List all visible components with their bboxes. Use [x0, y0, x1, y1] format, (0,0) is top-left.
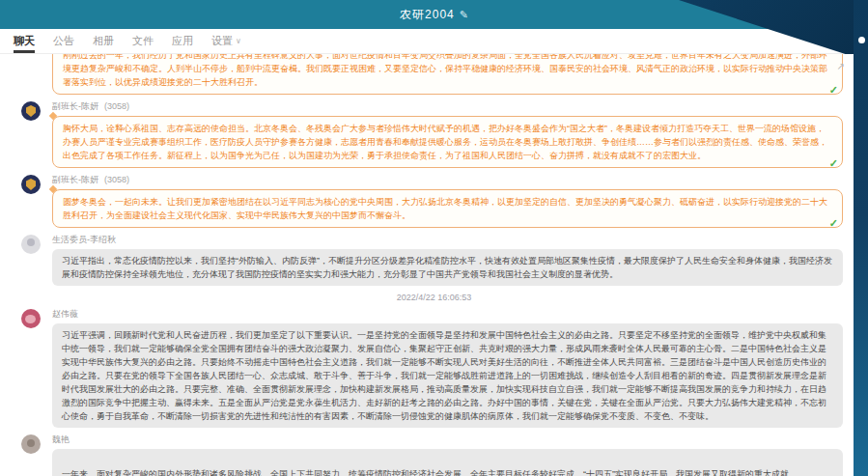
tab-chat[interactable]: 聊天 — [14, 29, 35, 53]
message-row: 刚刚过去的一年，我们经历了党和国家历史上具有里程碑意义的大事，面对世纪疫情和百年… — [0, 54, 868, 98]
avatar[interactable] — [21, 434, 41, 454]
message-row: 副班长-陈妍(3058) 圆梦冬奥会，一起向未来。让我们更加紧密地团结在以习近平… — [0, 171, 868, 231]
message-bubble: 习近平指出，常态化疫情防控以来，我们坚持“外防输入、内防反弹”，不断提升分区分级… — [52, 249, 843, 286]
message-bubble: 胸怀大局，诠释心系祖国、志存高远的使命担当。北京冬奥会、冬残奥会广大参与者珍惜伟… — [52, 116, 843, 168]
sent-check-icon: ✓ — [829, 83, 838, 97]
message-row: 魏艳 一年来，面对复杂严峻的国内外形势和诸多风险挑战，全国上下共同努力，统筹疫情… — [0, 431, 868, 476]
member-number-badge: (3058) — [104, 101, 129, 111]
message-text: 胸怀大局，诠释心系祖国、志存高远的使命担当。北京冬奥会、冬残奥会广大参与者珍惜伟… — [63, 124, 827, 160]
message-text: 一年来，面对复杂严峻的国内外形势和诸多风险挑战，全国上下共同努力，统筹疫情防控和… — [62, 469, 826, 476]
message-bubble: 一年来，面对复杂严峻的国内外形势和诸多风险挑战，全国上下共同努力，统筹疫情防控和… — [52, 449, 843, 476]
member-number-badge: (3058) — [104, 175, 129, 184]
chevron-down-icon: ∨ — [236, 37, 241, 45]
message-row: 赵伟薇 习近平强调，回顾新时代党和人民奋进历程，我们更加坚定了以下重要认识。一是… — [0, 305, 868, 431]
sender-name: 生活委员-李绍秋 — [52, 234, 843, 246]
avatar[interactable] — [21, 235, 41, 254]
message-text: 习近平强调，回顾新时代党和人民奋进历程，我们更加坚定了以下重要认识。一是坚持党的… — [62, 330, 826, 421]
message-row: 生活委员-李绍秋 习近平指出，常态化疫情防控以来，我们坚持“外防输入、内防反弹”… — [0, 231, 868, 289]
tab-apps[interactable]: 应用 — [172, 29, 193, 53]
background-window-edge — [854, 0, 868, 476]
sender-name: 赵伟薇 — [52, 308, 843, 321]
avatar[interactable] — [21, 175, 41, 194]
message-text: 刚刚过去的一年，我们经历了党和国家历史上具有里程碑意义的大事，面对世纪疫情和百年… — [63, 54, 827, 87]
group-chat-window: 农研2004 ✎ 聊天 公告 相册 文件 应用 设置∨ ↗ 刚刚过去的一年，我们… — [0, 0, 868, 476]
sent-check-icon: ✓ — [829, 216, 838, 230]
message-list[interactable]: ↗ 刚刚过去的一年，我们经历了党和国家历史上具有里程碑意义的大事，面对世纪疫情和… — [0, 54, 868, 476]
avatar[interactable] — [21, 101, 41, 121]
tab-files[interactable]: 文件 — [132, 29, 154, 53]
message-bubble: 习近平强调，回顾新时代党和人民奋进历程，我们更加坚定了以下重要认识。一是坚持党的… — [52, 323, 843, 428]
tab-announcement[interactable]: 公告 — [53, 29, 74, 53]
message-row: 副班长-陈妍(3058) 胸怀大局，诠释心系祖国、志存高远的使命担当。北京冬奥会… — [0, 98, 868, 171]
group-title: 农研2004 — [400, 7, 455, 23]
avatar[interactable] — [21, 309, 41, 328]
message-text: 圆梦冬奥会，一起向未来。让我们更加紧密地团结在以习近平同志为核心的党中央周围，大… — [63, 197, 827, 220]
message-bubble: 圆梦冬奥会，一起向未来。让我们更加紧密地团结在以习近平同志为核心的党中央周围，大… — [52, 189, 843, 228]
timestamp: 2022/4/22 16:06:53 — [0, 289, 868, 305]
sent-check-icon: ✓ — [829, 156, 838, 170]
tab-bar: 聊天 公告 相册 文件 应用 设置∨ — [0, 29, 868, 54]
tab-settings[interactable]: 设置∨ — [211, 29, 241, 53]
message-text: 习近平指出，常态化疫情防控以来，我们坚持“外防输入、内防反弹”，不断提升分区分级… — [62, 256, 832, 279]
background-window-dot — [858, 37, 865, 43]
tab-album[interactable]: 相册 — [93, 29, 114, 53]
expand-icon[interactable]: ↗ — [837, 61, 845, 71]
sender-name: 副班长-陈妍(3058) — [52, 174, 843, 186]
message-bubble: 刚刚过去的一年，我们经历了党和国家历史上具有里程碑意义的大事，面对世纪疫情和百年… — [52, 54, 843, 95]
sender-name: 魏艳 — [52, 434, 843, 446]
sender-name: 副班长-陈妍(3058) — [52, 100, 843, 113]
edit-title-icon[interactable]: ✎ — [460, 9, 468, 21]
